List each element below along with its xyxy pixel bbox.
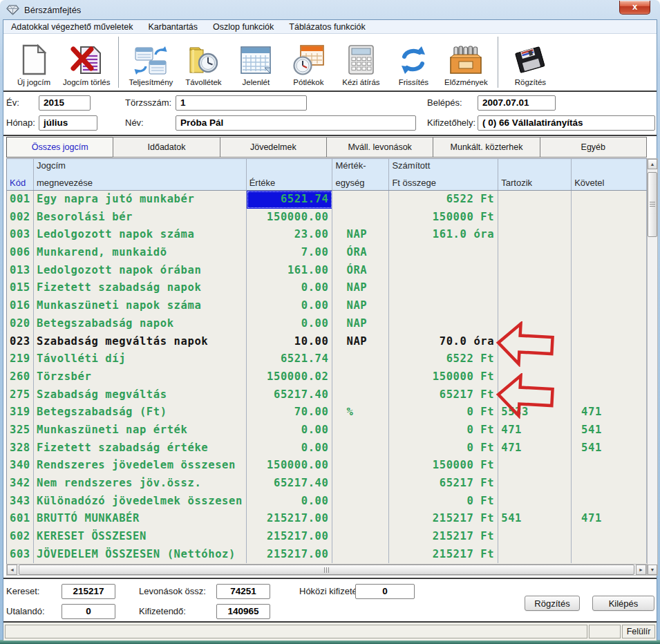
allowance-clock-calendar-icon bbox=[292, 44, 325, 77]
toolbar-elozmenyek[interactable]: Előzmények bbox=[442, 37, 489, 86]
honap-field[interactable]: július bbox=[39, 115, 97, 131]
menu-item-oszlop-funkciok[interactable]: Oszlop funkciók bbox=[205, 21, 281, 33]
menu-item-karbantartas[interactable]: Karbantartás bbox=[141, 21, 206, 33]
scroll-right-icon[interactable]: ► bbox=[636, 565, 646, 575]
table-row[interactable]: 023Szabadság megváltás napok10.00NAP70.0… bbox=[7, 333, 647, 351]
kereset-field[interactable]: 215217 bbox=[62, 584, 115, 599]
toolbar-frissites[interactable]: Frissítés bbox=[390, 37, 437, 86]
tab-osszes-jogcim[interactable]: Összes jogcím bbox=[6, 137, 113, 158]
table-row[interactable]: 325Munkaszüneti nap érték0.000 Ft471541 bbox=[7, 422, 647, 439]
honap-label: Hónap: bbox=[6, 117, 35, 128]
kilepes-button[interactable]: Kilépés bbox=[592, 596, 654, 611]
table-row[interactable]: 340Rendszeres jövedelem összesen150000.0… bbox=[7, 457, 647, 475]
calculator-icon bbox=[346, 44, 376, 77]
status-bar: Felülír bbox=[3, 621, 657, 641]
table-row[interactable]: 001Egy napra jutó munkabér6521.746522 Ft bbox=[7, 191, 647, 209]
toolbar-jelenlet[interactable]: Jelenlét bbox=[232, 37, 279, 86]
table-row[interactable]: 006Munkarend, munkaidõ7.00ÓRA bbox=[7, 244, 647, 262]
utalando-label: Utalandó: bbox=[6, 606, 45, 616]
table-row[interactable]: 342Nem rendszeres jöv.össz.65217.4065217… bbox=[7, 475, 647, 493]
toolbar-uj-jogcim[interactable]: Új jogcím bbox=[10, 37, 57, 86]
new-document-icon bbox=[20, 44, 48, 77]
scroll-down-icon[interactable]: ▼ bbox=[648, 565, 657, 575]
table-row[interactable]: 219Távolléti díj6521.746522 Ft bbox=[7, 350, 647, 368]
column-header-mertekegyseg[interactable]: Mérték-egység bbox=[332, 159, 389, 190]
window-title: Bérszámfejtés bbox=[24, 5, 81, 15]
table-row[interactable]: 328Fizetett szabadság értéke0.000 Ft4715… bbox=[7, 439, 647, 457]
toolbar-tavolletek[interactable]: Távollétek bbox=[180, 37, 227, 86]
table-row[interactable]: 260Törzsbér150000.02150000 Ft bbox=[7, 368, 647, 386]
torzsszam-field[interactable]: 1 bbox=[176, 95, 307, 111]
table-row[interactable]: 601BRUTTÓ MUNKABÉR215217.00215217 Ft5414… bbox=[7, 510, 647, 528]
toolbar-potlekok[interactable]: Pótlékok bbox=[285, 37, 332, 86]
window-content: Adatokkal végezhető műveletek Karbantart… bbox=[3, 19, 657, 640]
menu-item-tablazatos-funkciok[interactable]: Táblázatos funkciók bbox=[281, 21, 373, 33]
nev-label: Név: bbox=[125, 117, 144, 128]
column-header-tartozik[interactable]: Tartozik bbox=[498, 159, 572, 190]
column-header-megnevezes[interactable]: Jogcímmegnevezése bbox=[34, 159, 247, 190]
kifizetohely-label: Kifizetőhely: bbox=[427, 117, 475, 128]
save-floppy-icon bbox=[513, 44, 547, 77]
header-form: Év: 2015 Törzsszám: 1 Belépés: 2007.07.0… bbox=[3, 92, 657, 136]
toolbar-separator bbox=[118, 37, 119, 88]
toolbar-teljesitmeny[interactable]: Teljesítmény bbox=[127, 37, 174, 86]
rogzites-button[interactable]: Rögzítés bbox=[525, 596, 580, 611]
tab-idoadatok[interactable]: Időadatok bbox=[113, 137, 220, 158]
utalando-field[interactable]: 0 bbox=[62, 604, 115, 619]
table-row[interactable]: 015Fizetett szabadság napok0.00NAP bbox=[7, 279, 647, 297]
menu-item-adatokkal[interactable]: Adatokkal végezhető műveletek bbox=[3, 21, 141, 33]
close-button[interactable]: x bbox=[619, 1, 650, 15]
absence-folder-clock-icon bbox=[187, 44, 219, 77]
horizontal-scrollbar[interactable]: ◄ ► bbox=[6, 564, 647, 576]
table-row[interactable]: 002Besorolási bér150000.00150000 Ft bbox=[7, 209, 647, 227]
menu-bar: Adatokkal végezhető műveletek Karbantart… bbox=[3, 20, 657, 34]
scroll-left-icon[interactable]: ◄ bbox=[7, 565, 17, 575]
kereset-label: Kereset: bbox=[6, 586, 39, 596]
performance-cards-icon bbox=[134, 44, 167, 77]
levonasok-field[interactable]: 74251 bbox=[216, 584, 270, 599]
attendance-calendar-icon bbox=[240, 44, 272, 77]
table-row[interactable]: 020Betegszabadság napok0.00NAP bbox=[7, 315, 647, 333]
belepes-field[interactable]: 2007.07.01 bbox=[478, 95, 556, 111]
table-row[interactable]: 013Ledolgozott napok órában161.00ÓRA bbox=[7, 262, 647, 280]
column-header-szamitott[interactable]: SzámítottFt összege bbox=[389, 159, 498, 190]
table-row[interactable]: 003Ledolgozott napok száma23.00NAP161.0 … bbox=[7, 226, 647, 244]
vertical-scrollbar[interactable]: ▲ ▼ bbox=[647, 158, 658, 576]
kifizetohely-field[interactable]: ( 0) 66 Vállalatirányítás bbox=[478, 115, 655, 131]
toolbar-kezi-atiras[interactable]: Kézi átírás bbox=[337, 37, 384, 86]
table-row[interactable]: 275Szabadság megváltás65217.4065217 Ft bbox=[7, 386, 647, 404]
close-icon: x bbox=[632, 1, 637, 12]
kifizetendo-field[interactable]: 140965 bbox=[216, 604, 270, 619]
tab-munkalt-kozterhek[interactable]: Munkált. közterhek bbox=[433, 137, 540, 158]
summary-panel: Kereset: 215217 Levonások össz: 74251 Hó… bbox=[3, 578, 657, 621]
column-header-kovetel[interactable]: Követel bbox=[572, 159, 647, 190]
table-row[interactable]: 016Munkaszüneti napok száma0.00NAP bbox=[7, 297, 647, 315]
app-icon bbox=[6, 5, 19, 15]
refresh-icon bbox=[399, 44, 428, 77]
toolbar: Új jogcím Jogcím törlés Teljesítmény Táv bbox=[3, 34, 657, 92]
ev-label: Év: bbox=[6, 97, 19, 108]
hokozi-field[interactable]: 0 bbox=[355, 584, 415, 599]
table-row[interactable]: 343Különadózó jövedelmek összesen0.000 F… bbox=[7, 493, 647, 511]
title-bar: Bérszámfejtés x bbox=[0, 0, 660, 19]
tab-egyeb[interactable]: Egyéb bbox=[540, 137, 647, 158]
table-row[interactable]: 603JÖVEDELEM ÖSSZESEN (Nettóhoz)215217.0… bbox=[7, 546, 647, 564]
ev-field[interactable]: 2015 bbox=[39, 95, 91, 111]
horizontal-scroll-thumb[interactable] bbox=[19, 565, 634, 575]
levonasok-label: Levonások össz: bbox=[139, 586, 206, 596]
toolbar-rogzites[interactable]: Rögzítés bbox=[507, 37, 554, 86]
status-segment bbox=[589, 625, 621, 638]
column-header-kod[interactable]: Kód bbox=[7, 159, 34, 190]
torzsszam-label: Törzsszám: bbox=[125, 97, 171, 108]
tab-mvall-levonasok[interactable]: Mváll. levonások bbox=[326, 137, 433, 158]
table-row[interactable]: 602KERESET ÖSSZESEN215217.00215217 Ft bbox=[7, 528, 647, 546]
scroll-up-icon[interactable]: ▲ bbox=[648, 159, 657, 169]
toolbar-jogcim-torles[interactable]: Jogcím törlés bbox=[63, 37, 110, 86]
vertical-scroll-thumb[interactable] bbox=[648, 172, 657, 237]
belepes-label: Belépés: bbox=[427, 97, 462, 108]
column-header-erteke[interactable]: Értéke bbox=[247, 159, 333, 190]
tab-jovedelmek[interactable]: Jövedelmek bbox=[220, 137, 327, 158]
status-mode: Felülír bbox=[622, 625, 655, 638]
nev-field[interactable]: Próba Pál bbox=[176, 115, 416, 131]
table-row[interactable]: 319Betegszabadság (Ft)70.00%0 Ft5533471 bbox=[7, 404, 647, 422]
